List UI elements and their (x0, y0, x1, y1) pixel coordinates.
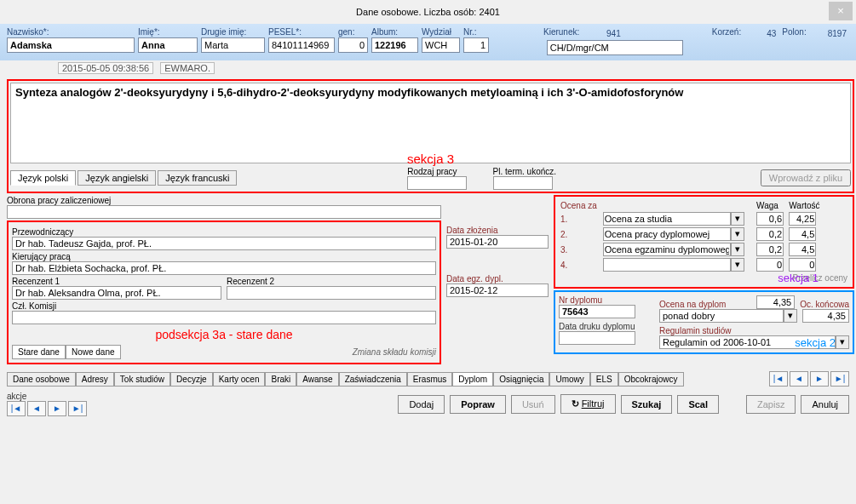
close-button[interactable]: × (829, 2, 853, 20)
tab-osiągnięcia[interactable]: Osiągnięcia (493, 372, 549, 387)
tab-tok-studiów[interactable]: Tok studiów (114, 372, 170, 387)
ocena-4-waga[interactable] (756, 258, 784, 272)
rodzaj-input[interactable] (407, 176, 467, 190)
wprowadz-button[interactable]: Wprowadź z pliku (761, 169, 851, 186)
ocena-3-dropdown[interactable]: ▾ (731, 243, 744, 256)
rec1-label: Recenzent 1 (12, 277, 221, 286)
ocena-1-dropdown[interactable]: ▾ (731, 212, 744, 226)
album-input[interactable] (371, 37, 418, 53)
drugie-input[interactable] (201, 37, 265, 53)
akcje-label: akcje (7, 392, 87, 401)
tab-braki[interactable]: Braki (265, 372, 296, 387)
czl-input[interactable] (12, 311, 436, 324)
tab-dane-osobowe[interactable]: Dane osobowe (7, 372, 76, 387)
ocenadyp-select[interactable] (659, 309, 784, 323)
usun-button[interactable]: Usuń (511, 395, 555, 414)
tab-karty-ocen[interactable]: Karty ocen (213, 372, 266, 387)
ocena-1-wart[interactable] (789, 212, 816, 226)
nazwisko-label: Nazwisko*: (7, 27, 135, 37)
obrona-input[interactable] (7, 205, 441, 219)
ocena-3-name[interactable] (603, 243, 731, 256)
tab-stare-dane[interactable]: Stare dane (12, 345, 66, 359)
tabnav-prev[interactable]: ◄ (790, 371, 808, 387)
ocena-za-header: Ocena za (559, 200, 601, 211)
tab-obcokrajowcy[interactable]: Obcokrajowcy (618, 372, 684, 387)
drugie-label: Drugie imię: (201, 27, 265, 37)
tab-zaświadczenia[interactable]: Zaświadczenia (339, 372, 407, 387)
ocena-1-name[interactable] (603, 212, 731, 226)
tab-umowy[interactable]: Umowy (549, 372, 589, 387)
nrdyp-input[interactable] (559, 305, 635, 318)
rec2-input[interactable] (227, 286, 436, 300)
nav-last[interactable]: ►| (68, 401, 87, 416)
wydzial-label: Wydział (422, 27, 460, 37)
tabnav-first[interactable]: |◄ (769, 371, 788, 387)
ockon-input[interactable] (802, 309, 849, 323)
reg-label: Regulamin studiów (659, 326, 849, 335)
nav-next[interactable]: ► (48, 401, 66, 416)
tab-els[interactable]: ELS (590, 372, 618, 387)
filtruj-button[interactable]: ↻ Filtruj (560, 394, 616, 414)
thesis-textarea[interactable]: Synteza analogów 2'-deoksyurydyny i 5,6-… (10, 83, 851, 163)
ocena-3-waga[interactable] (756, 243, 784, 256)
rec1-input[interactable] (12, 286, 221, 300)
data-egz-label: Data egz. dypl. (446, 274, 549, 284)
imie-input[interactable] (138, 37, 198, 53)
ocena-4-dropdown[interactable]: ▾ (731, 258, 744, 272)
ockon-label: Oc. końcowa (800, 300, 849, 309)
nr-input[interactable] (463, 37, 489, 53)
nazwisko-input[interactable] (7, 37, 135, 53)
ocena-3-wart[interactable] (789, 243, 816, 256)
status-line: 2015-05-05 09:38:56 EWMARO. (0, 60, 856, 76)
tab-lang-pl[interactable]: Język polski (10, 170, 76, 186)
ocena-4-wart[interactable] (789, 258, 816, 272)
zmiana-skladu-link[interactable]: Zmiana składu komisji (353, 347, 436, 357)
korzen-label: Korzeń: (712, 27, 755, 37)
ocena-1-waga[interactable] (756, 212, 784, 226)
nav-first[interactable]: |◄ (7, 401, 26, 416)
nrdyp-label: Nr dyplomu (559, 295, 652, 305)
tab-decyzje[interactable]: Decyzje (170, 372, 213, 387)
album-label: Album: (371, 27, 418, 37)
tabnav-next[interactable]: ► (810, 371, 829, 387)
data-zlozenia-input[interactable] (446, 235, 549, 249)
section-1: Ocena zaWagaWartość 1.▾ 2.▾ 3.▾ 4.▾ Prze… (554, 195, 854, 289)
tab-lang-fr[interactable]: Język francuski (158, 170, 237, 186)
imie-label: Imię*: (138, 27, 198, 37)
plterm-input[interactable] (493, 176, 553, 190)
tab-nowe-dane[interactable]: Nowe dane (66, 345, 121, 359)
tabnav-last[interactable]: ►| (830, 371, 849, 387)
scal-button[interactable]: Scal (677, 395, 719, 414)
szukaj-button[interactable]: Szukaj (621, 395, 673, 414)
wydzial-input[interactable] (422, 37, 460, 53)
ocena-4-name[interactable] (603, 258, 731, 272)
nav-prev[interactable]: ◄ (27, 401, 46, 416)
tab-adresy[interactable]: Adresy (76, 372, 114, 387)
ocena-2-waga[interactable] (756, 227, 784, 241)
waga-header: Waga (755, 200, 787, 211)
ocenadyp-label: Ocena na dyplom (659, 300, 726, 309)
dodaj-button[interactable]: Dodaj (398, 395, 445, 414)
rec2-label: Recenzent 2 (227, 277, 436, 286)
tab-lang-en[interactable]: Język angielski (78, 170, 156, 186)
obrona-label: Obrona pracy zaliczeniowej (7, 196, 111, 205)
anuluj-button[interactable]: Anuluj (801, 395, 849, 414)
popraw-button[interactable]: Popraw (450, 395, 506, 414)
tab-dyplom[interactable]: Dyplom (452, 372, 493, 387)
gen-input[interactable] (338, 37, 368, 53)
header-bar: Nazwisko*: Imię*: Drugie imię: PESEL*: g… (0, 24, 856, 60)
datadruk-input[interactable] (559, 331, 635, 345)
ocenadyp-num[interactable] (756, 295, 795, 309)
przew-input[interactable] (12, 237, 436, 250)
tab-erasmus[interactable]: Erasmus (407, 372, 452, 387)
ocena-2-wart[interactable] (789, 227, 816, 241)
kierunek-input[interactable] (547, 40, 683, 55)
zapisz-button[interactable]: Zapisz (746, 395, 796, 414)
data-zlozenia-label: Data złożenia (446, 226, 549, 235)
tab-awanse[interactable]: Awanse (296, 372, 338, 387)
ocena-2-name[interactable] (603, 227, 731, 241)
pesel-input[interactable] (268, 37, 335, 53)
ocena-2-dropdown[interactable]: ▾ (731, 227, 744, 241)
kier-input[interactable] (12, 261, 436, 275)
data-egz-input[interactable] (446, 284, 549, 297)
